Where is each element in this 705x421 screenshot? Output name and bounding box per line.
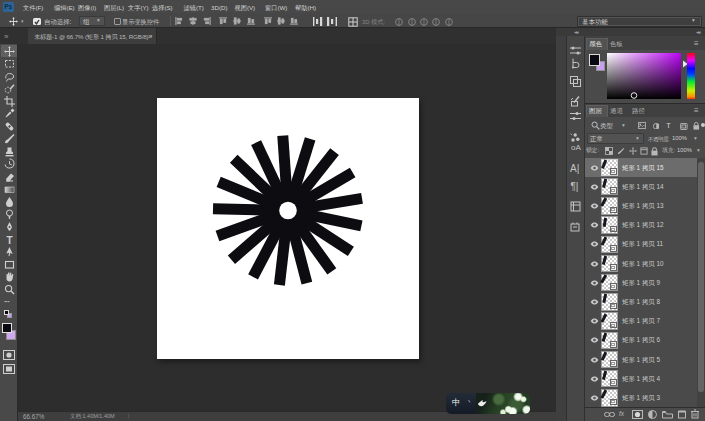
svg-text:¶|: ¶| (571, 181, 579, 192)
svg-text:A|: A| (570, 163, 579, 174)
svg-text:oA: oA (571, 143, 581, 152)
svg-text:T: T (6, 234, 12, 245)
